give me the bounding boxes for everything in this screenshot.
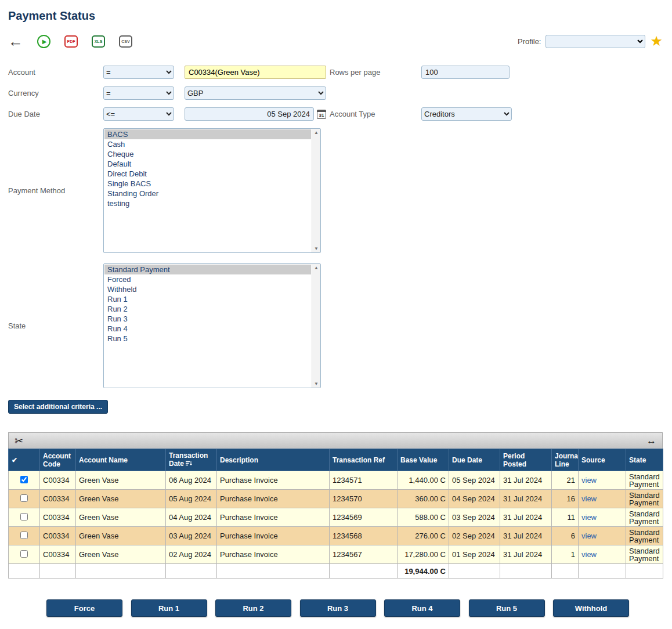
action-button-run-1[interactable]: Run 1 (131, 599, 207, 617)
cell-due-date: 04 Sep 2024 (449, 490, 500, 508)
column-header-account-name[interactable]: Account Name (76, 449, 166, 471)
scroll-down-icon[interactable]: ▼ (312, 246, 320, 251)
rows-per-page-input[interactable] (421, 66, 510, 79)
cell-account-code: C00334 (40, 471, 76, 490)
listbox-option[interactable]: testing (104, 198, 311, 208)
action-button-run-5[interactable]: Run 5 (469, 599, 545, 617)
cell-due-date: 05 Sep 2024 (449, 471, 500, 490)
listbox-option[interactable]: Forced (104, 274, 311, 284)
listbox-option[interactable]: Run 4 (104, 324, 311, 334)
listbox-option[interactable]: Run 5 (104, 334, 311, 344)
column-header-description[interactable]: Description (217, 449, 330, 471)
scissors-icon[interactable]: ✂ (15, 435, 23, 447)
listbox-option[interactable]: Standard Payment (104, 265, 311, 274)
listbox-option[interactable]: BACS (104, 129, 311, 139)
total-empty-cell (217, 564, 330, 579)
due-date-operator-select[interactable]: <= (103, 107, 174, 121)
cell-base-value: 276.00 C (398, 527, 449, 545)
run-report-icon[interactable]: ▶ (37, 35, 50, 48)
scroll-down-icon[interactable]: ▼ (312, 381, 320, 386)
resize-columns-icon[interactable]: ↔ (646, 435, 656, 447)
payment-method-listbox[interactable]: BACSCashChequeDefaultDirect DebitSingle … (103, 128, 321, 253)
profile-label: Profile: (518, 37, 541, 46)
column-header-transaction-ref[interactable]: Transaction Ref (330, 449, 398, 471)
listbox-scrollbar[interactable]: ▲ ▼ (312, 129, 320, 252)
listbox-option[interactable]: Default (104, 159, 311, 169)
state-listbox[interactable]: Standard PaymentForcedWithheldRun 1Run 2… (103, 263, 321, 388)
listbox-option[interactable]: Run 3 (104, 314, 311, 324)
filter-panel: Account = Rows per page Currency = GBP D… (8, 66, 663, 414)
row-select-checkbox[interactable] (20, 476, 28, 483)
export-csv-icon[interactable]: CSV (119, 35, 132, 48)
listbox-option[interactable]: Single BACS (104, 179, 311, 189)
cell-base-value: 1,440.00 C (398, 471, 449, 490)
listbox-scrollbar[interactable]: ▲ ▼ (312, 264, 320, 388)
action-button-run-3[interactable]: Run 3 (300, 599, 376, 617)
select-all-header[interactable]: ✔ (9, 449, 40, 471)
cell-account-name: Green Vase (76, 527, 166, 545)
cell-description: Purchase Invoice (217, 471, 330, 490)
action-button-force[interactable]: Force (46, 599, 122, 617)
listbox-option[interactable]: Cheque (104, 149, 311, 159)
action-buttons: ForceRun 1Run 2Run 3Run 4Run 5Withhold (8, 599, 663, 617)
row-select-checkbox[interactable] (20, 532, 28, 539)
column-header-period-posted[interactable]: Period Posted (500, 449, 552, 471)
cell-transaction-ref: 1234568 (330, 527, 398, 545)
listbox-option[interactable]: Run 1 (104, 294, 311, 304)
column-header-transaction-date[interactable]: Transaction Date (166, 449, 217, 471)
listbox-option[interactable]: Direct Debit (104, 169, 311, 179)
column-header-base-value[interactable]: Base Value (398, 449, 449, 471)
cell-account-code: C00334 (40, 508, 76, 527)
export-pdf-icon[interactable]: PDF (64, 35, 78, 48)
account-input[interactable] (185, 66, 326, 79)
action-button-withhold[interactable]: Withhold (553, 599, 629, 617)
cell-base-value: 588.00 C (398, 508, 449, 527)
total-empty-cell (579, 564, 626, 579)
action-button-run-4[interactable]: Run 4 (384, 599, 460, 617)
action-button-run-2[interactable]: Run 2 (215, 599, 291, 617)
due-date-input[interactable] (185, 107, 314, 121)
profile-select[interactable] (545, 35, 645, 48)
scroll-up-icon[interactable]: ▲ (312, 265, 320, 270)
cell-account-code: C00334 (40, 490, 76, 508)
calendar-icon[interactable]: 31 (317, 110, 326, 119)
back-icon[interactable]: ← (8, 34, 23, 49)
select-additional-criteria-button[interactable]: Select additional criteria ... (8, 400, 108, 414)
table-header-row: ✔ Account Code Account Name Transaction … (9, 449, 663, 471)
due-date-field: 31 (185, 107, 326, 121)
due-date-filter-row: Due Date <= 31 Account Type Creditors (8, 107, 663, 121)
cell-due-date: 01 Sep 2024 (449, 545, 500, 564)
cell-base-value: 17,280.00 C (398, 545, 449, 564)
favorite-star-icon[interactable]: ★ (650, 34, 663, 48)
listbox-option[interactable]: Standing Order (104, 189, 311, 198)
currency-operator-select[interactable]: = (103, 86, 174, 100)
total-empty-cell (9, 564, 40, 579)
account-type-select[interactable]: Creditors (421, 107, 512, 121)
row-select-checkbox[interactable] (20, 550, 28, 558)
column-header-journal-line[interactable]: Journal Line (552, 449, 579, 471)
column-header-due-date[interactable]: Due Date (449, 449, 500, 471)
account-operator-select[interactable]: = (103, 66, 174, 79)
scroll-up-icon[interactable]: ▲ (312, 130, 320, 135)
column-header-state[interactable]: State (626, 449, 663, 471)
view-link[interactable]: view (581, 532, 597, 540)
total-empty-cell (552, 564, 579, 579)
cell-transaction-date: 03 Aug 2024 (166, 527, 217, 545)
row-select-checkbox[interactable] (20, 513, 28, 520)
column-header-account-code[interactable]: Account Code (40, 449, 76, 471)
export-xls-icon[interactable]: XLS (92, 35, 105, 48)
view-link[interactable]: view (581, 550, 597, 559)
view-link[interactable]: view (581, 476, 597, 485)
table-row: C00334Green Vase02 Aug 2024Purchase Invo… (9, 545, 663, 564)
row-select-checkbox[interactable] (20, 494, 28, 502)
results-section: ✂ ↔ ✔ Account Code Account Name Transact… (8, 432, 663, 579)
currency-select[interactable]: GBP (185, 86, 326, 100)
cell-account-code: C00334 (40, 545, 76, 564)
view-link[interactable]: view (581, 513, 597, 522)
listbox-option[interactable]: Withheld (104, 284, 311, 294)
column-header-source[interactable]: Source (579, 449, 626, 471)
listbox-option[interactable]: Run 2 (104, 304, 311, 314)
view-link[interactable]: view (581, 494, 597, 503)
page-title: Payment Status (8, 9, 663, 23)
listbox-option[interactable]: Cash (104, 139, 311, 149)
